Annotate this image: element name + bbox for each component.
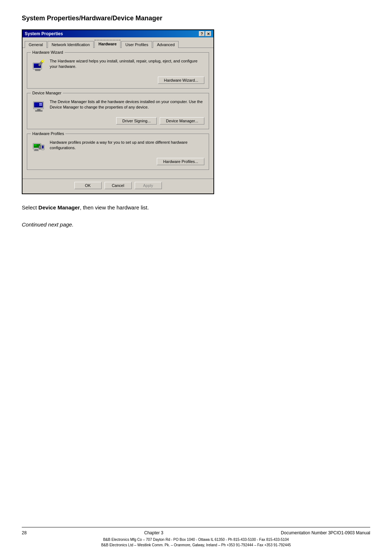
instruction-prefix: Select xyxy=(22,204,38,211)
apply-button[interactable]: Apply xyxy=(135,182,162,189)
svg-rect-11 xyxy=(35,103,38,106)
tabs-bar: General Network Identification Hardware … xyxy=(23,37,213,48)
svg-rect-15 xyxy=(35,110,42,111)
svg-rect-20 xyxy=(34,150,39,151)
svg-rect-2 xyxy=(34,64,37,65)
svg-rect-23 xyxy=(42,146,44,148)
driver-signing-button[interactable]: Driver Signing... xyxy=(116,117,157,125)
tab-user-profiles[interactable]: User Profiles xyxy=(121,41,152,48)
instruction-bold: Device Manager xyxy=(38,204,80,211)
hardware-profiles-label: Hardware Profiles xyxy=(31,131,65,136)
footer-line2: B&B Electronics Ltd – Westlink Comm. Pk.… xyxy=(22,542,370,548)
footer-top-row: 28 Chapter 3 Documentation Number 3PCIO1… xyxy=(22,530,370,535)
svg-point-4 xyxy=(41,60,44,62)
device-manager-button[interactable]: Device Manager... xyxy=(160,117,204,125)
dialog-footer: OK Cancel Apply xyxy=(23,179,213,193)
hardware-wizard-button[interactable]: Hardware Wizard... xyxy=(158,77,204,84)
hardware-wizard-buttons: Hardware Wizard... xyxy=(32,77,204,84)
svg-rect-21 xyxy=(39,146,41,149)
hardware-profiles-icon-svg xyxy=(32,140,45,154)
hardware-profiles-content: Hardware profiles provide a way for you … xyxy=(32,140,204,154)
tab-advanced[interactable]: Advanced xyxy=(153,41,179,48)
hardware-profiles-buttons: Hardware Profiles... xyxy=(32,158,204,165)
svg-rect-18 xyxy=(34,144,37,146)
tab-general[interactable]: General xyxy=(25,41,47,48)
system-properties-dialog: System Properties ? ✕ General Network Id… xyxy=(22,29,214,194)
device-manager-section: Device Manager The Device Ma xyxy=(27,93,209,129)
page-title: System Properties/Hardware/Device Manage… xyxy=(22,15,370,22)
dialog-title: System Properties xyxy=(25,31,63,36)
hardware-wizard-content: The Hardware wizard helps you install, u… xyxy=(32,58,204,73)
device-manager-icon-svg xyxy=(32,100,45,113)
footer-doc-number: Documentation Number 3PCIO1-0903 Manual xyxy=(281,530,370,535)
instruction-text: Select Device Manager, then view the har… xyxy=(22,204,370,211)
device-manager-icon xyxy=(32,99,46,114)
close-button[interactable]: ✕ xyxy=(205,31,211,36)
footer-chapter: Chapter 3 xyxy=(144,530,163,535)
tab-network-identification[interactable]: Network Identification xyxy=(48,41,94,48)
hardware-wizard-description: The Hardware wizard helps you install, u… xyxy=(50,58,204,70)
hardware-profiles-section: Hardware Profiles xyxy=(27,134,209,170)
hardware-wizard-label: Hardware Wizard xyxy=(31,50,65,54)
ok-button[interactable]: OK xyxy=(74,182,102,189)
footer-line1: B&B Electronics Mfg Co – 707 Dayton Rd -… xyxy=(22,537,370,542)
svg-rect-14 xyxy=(37,109,40,110)
instruction-suffix: , then view the hardware list. xyxy=(80,204,149,211)
cancel-button[interactable]: Cancel xyxy=(105,182,132,189)
device-manager-description: The Device Manager lists all the hardwar… xyxy=(50,99,204,110)
svg-rect-13 xyxy=(39,105,42,106)
hardware-profiles-button[interactable]: Hardware Profiles... xyxy=(157,158,204,165)
tab-hardware[interactable]: Hardware xyxy=(94,40,121,48)
dialog-titlebar: System Properties ? ✕ xyxy=(23,30,213,37)
titlebar-buttons: ? ✕ xyxy=(199,31,211,36)
svg-rect-8 xyxy=(35,69,40,71)
svg-line-6 xyxy=(44,61,45,61)
device-manager-label: Device Manager xyxy=(31,91,63,95)
hardware-profiles-description: Hardware profiles provide a way for you … xyxy=(50,140,204,151)
footer-bottom-rows: B&B Electronics Mfg Co – 707 Dayton Rd -… xyxy=(22,537,370,548)
tab-content-hardware: Hardware Wizard xyxy=(23,48,213,179)
hardware-wizard-icon-svg xyxy=(32,59,45,72)
svg-line-5 xyxy=(43,59,44,60)
hardware-wizard-section: Hardware Wizard xyxy=(27,52,209,89)
device-manager-content: The Device Manager lists all the hardwar… xyxy=(32,99,204,114)
continued-text: Continued next page. xyxy=(22,221,370,228)
svg-line-7 xyxy=(44,62,44,63)
help-button[interactable]: ? xyxy=(199,31,205,36)
hardware-wizard-icon xyxy=(32,58,46,73)
device-manager-buttons: Driver Signing... Device Manager... xyxy=(32,117,204,125)
page-footer: 28 Chapter 3 Documentation Number 3PCIO1… xyxy=(22,527,370,548)
hardware-profiles-icon xyxy=(32,140,46,154)
footer-page-number: 28 xyxy=(22,530,26,535)
svg-rect-12 xyxy=(39,103,42,104)
svg-rect-19 xyxy=(34,149,38,150)
